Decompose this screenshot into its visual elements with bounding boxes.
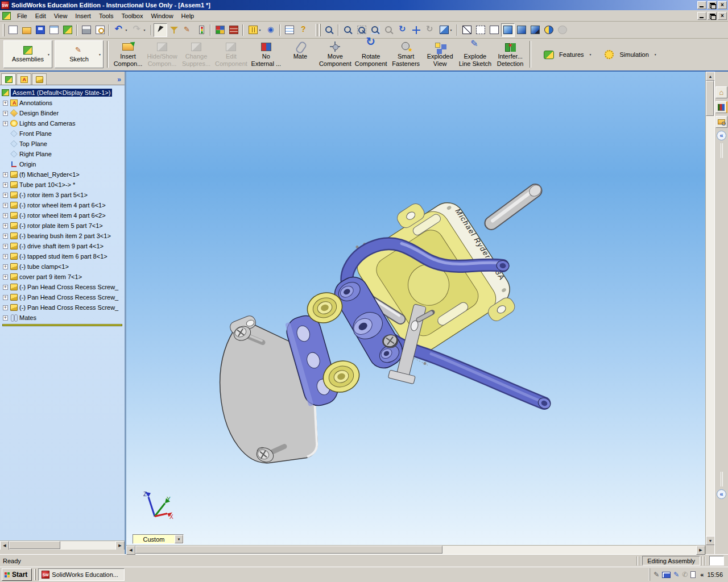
options-icon[interactable]	[283, 23, 296, 37]
panel-horizontal-scrollbar[interactable]: ◀ ▶	[0, 541, 125, 550]
document-tray-icon[interactable]	[690, 571, 696, 578]
edit-color-icon[interactable]	[213, 23, 227, 37]
scroll-left-button[interactable]: ◀	[126, 546, 135, 555]
graphics-area[interactable]: Michael Ryder 1M3A	[126, 72, 705, 545]
edit-component-button[interactable]: Edit Component	[213, 40, 249, 69]
expand-toggle[interactable]	[3, 182, 8, 188]
menu-item[interactable]: Edit	[31, 11, 50, 20]
combo-dropdown-button[interactable]: ▼	[175, 535, 183, 543]
viewport-vertical-scrollbar[interactable]: ▲ ▼	[705, 72, 714, 554]
taskpane-tab-design-library[interactable]	[715, 101, 727, 113]
taskbar-task-solidworks[interactable]: SW SolidWorks Education...	[38, 568, 125, 581]
child-minimize-button[interactable]	[697, 12, 706, 20]
tree-item[interactable]: Front Plane	[0, 128, 125, 139]
tree-item[interactable]: cover part 9 item 7<1>	[0, 272, 125, 282]
menu-item[interactable]: Toolbox	[118, 11, 147, 20]
child-restore-button[interactable]	[708, 12, 717, 20]
tray-collapse-chevron[interactable]: «	[700, 571, 704, 578]
menu-item[interactable]: Tools	[95, 11, 118, 20]
child-close-button[interactable]: ×	[718, 12, 727, 20]
view-3d-icon[interactable]	[423, 23, 437, 37]
tab-feature-manager[interactable]	[1, 73, 16, 85]
save-icon[interactable]	[34, 23, 47, 37]
collapse-taskpane-button-bottom[interactable]: «	[717, 489, 726, 499]
scroll-up-button[interactable]: ▲	[706, 72, 715, 81]
minimize-button[interactable]	[697, 1, 706, 9]
tree-item[interactable]: Top Plane	[0, 139, 125, 149]
expand-toggle[interactable]	[3, 172, 8, 177]
exploded-view-button[interactable]: Exploded View	[423, 40, 457, 69]
measure-icon[interactable]	[246, 23, 264, 37]
move-component-button[interactable]: Move Component	[317, 40, 353, 69]
rebuild-icon[interactable]	[195, 23, 208, 37]
tree-item[interactable]: (-) Pan Head Cross Recess Screw_	[0, 292, 125, 302]
toolbar-grip[interactable]	[3, 24, 5, 36]
make-drawing-icon[interactable]	[47, 23, 61, 37]
realview-icon[interactable]	[556, 23, 569, 37]
tree-item[interactable]: (f) Michael_Ryder<1>	[0, 169, 125, 180]
tree-item[interactable]: (-) bearing bush item 2 part 3<1>	[0, 231, 125, 241]
scroll-left-button[interactable]: ◀	[0, 541, 9, 550]
tree-item[interactable]: Origin	[0, 159, 125, 169]
menu-item[interactable]: View	[50, 11, 72, 20]
interference-detection-button[interactable]: Interfer... Detection	[493, 40, 527, 69]
expand-toggle[interactable]	[3, 223, 8, 228]
view-orientation-icon[interactable]	[437, 23, 455, 37]
scrollbar-thumb[interactable]	[706, 81, 714, 116]
smart-fasteners-button[interactable]: Smart Fasteners	[389, 40, 423, 69]
document-icon[interactable]	[2, 12, 11, 20]
select-icon[interactable]	[154, 23, 167, 37]
tree-item[interactable]: Design Binder	[0, 108, 125, 118]
shaded-with-edges-icon[interactable]	[501, 23, 515, 37]
shadows-icon[interactable]	[528, 23, 542, 37]
restore-button[interactable]	[708, 1, 717, 9]
chevron-down-icon[interactable]: ▼	[98, 53, 101, 56]
chevron-down-icon[interactable]: ▼	[589, 53, 592, 56]
close-button[interactable]: ×	[718, 1, 727, 9]
expand-toggle[interactable]	[3, 244, 8, 249]
toolbar-grip[interactable]	[319, 24, 321, 36]
tree-item[interactable]: (-) Pan Head Cross Recess Screw_	[0, 302, 125, 313]
tree-item[interactable]: Lights and Cameras	[0, 118, 125, 128]
viewport-horizontal-scrollbar[interactable]: ◀ ▶	[126, 545, 705, 554]
change-suppression-button[interactable]: Change Suppres...	[179, 40, 213, 69]
tablet-pen-icon[interactable]: ✎	[673, 571, 679, 578]
scroll-right-button[interactable]: ▶	[115, 541, 125, 550]
expand-toggle[interactable]	[3, 295, 8, 300]
inactive-tray-icon[interactable]: ✆	[682, 571, 688, 578]
tab-configuration-manager[interactable]	[32, 73, 47, 85]
tab-assemblies[interactable]: Assemblies ▼	[3, 40, 52, 68]
selection-filter-icon[interactable]	[167, 23, 181, 37]
expand-toggle[interactable]	[3, 203, 8, 208]
expand-toggle[interactable]	[3, 111, 8, 116]
expand-toggle[interactable]	[3, 213, 8, 218]
chevron-down-icon[interactable]: ▼	[47, 53, 50, 56]
chevron-down-icon[interactable]: ▼	[654, 53, 657, 56]
shaded-icon[interactable]	[515, 23, 528, 37]
expand-toggle[interactable]	[3, 234, 8, 239]
pan-icon[interactable]	[410, 23, 423, 37]
assembly-model[interactable]: Michael Ryder 1M3A	[126, 72, 705, 545]
expand-toggle[interactable]	[3, 254, 8, 259]
new-icon[interactable]	[6, 23, 20, 37]
section-view-icon[interactable]	[542, 23, 556, 37]
collapse-taskpane-button[interactable]: «	[717, 131, 726, 140]
mate-button[interactable]: Mate	[283, 40, 317, 69]
tree-item[interactable]: Mates	[0, 313, 125, 323]
pen-tray-icon[interactable]: ✎	[653, 571, 659, 578]
redo-icon[interactable]	[130, 23, 148, 37]
sketch-tool-icon[interactable]	[181, 23, 195, 37]
tree-item[interactable]: (-) rotor plate item 5 part 7<1>	[0, 221, 125, 231]
view-orientation-combo[interactable]: Custom ▼	[133, 534, 184, 544]
hide-show-components-button[interactable]: Hide/Show Compon...	[145, 40, 179, 69]
toolbar-grip[interactable]	[316, 24, 317, 36]
splitter-handle[interactable]	[721, 143, 723, 158]
expand-toggle[interactable]	[3, 315, 8, 321]
hidden-lines-visible-icon[interactable]	[474, 23, 487, 37]
app-icon[interactable]: SW	[1, 1, 9, 9]
tree-item[interactable]: (-) tube clamp<1>	[0, 261, 125, 272]
expand-toggle[interactable]	[3, 275, 8, 280]
explode-line-sketch-button[interactable]: Explode Line Sketch	[457, 40, 493, 69]
expand-toggle[interactable]	[3, 193, 8, 198]
rollback-bar[interactable]	[2, 324, 122, 326]
